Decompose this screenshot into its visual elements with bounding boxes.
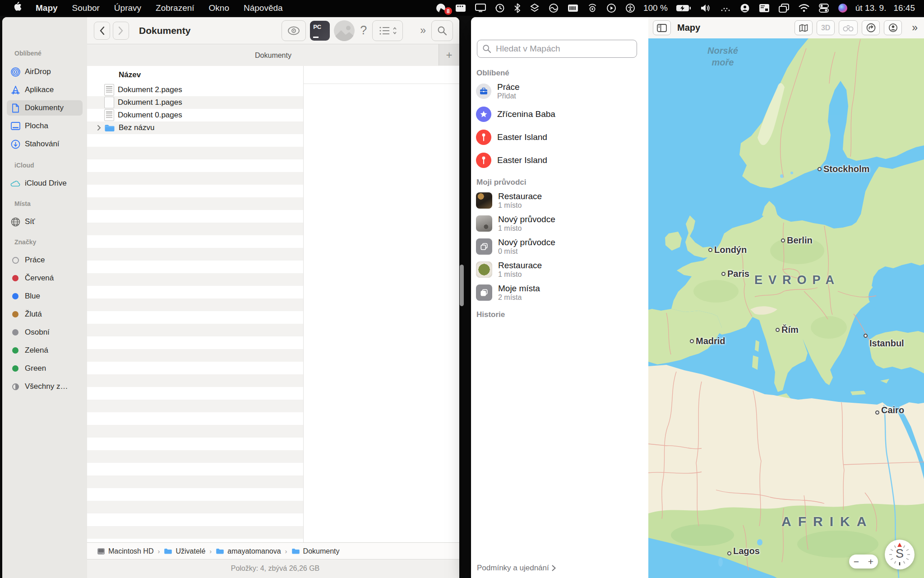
favorite-easter-island-1[interactable]: Easter Island	[471, 126, 648, 149]
compass[interactable]: S	[885, 540, 915, 569]
sidebar-item-airdrop[interactable]: AirDrop	[7, 64, 83, 79]
bluetooth-icon[interactable]	[511, 0, 523, 16]
pycharm-app-icon[interactable]: PC	[310, 21, 330, 41]
path-dokumenty[interactable]: Dokumenty	[291, 547, 340, 555]
control-center-icon[interactable]	[816, 0, 832, 16]
sidebar-tag-vsechny[interactable]: Všechny z…	[7, 379, 83, 394]
scanner-icon[interactable]	[565, 0, 581, 16]
guide-restaurace-1[interactable]: Restaurace 1 místo	[471, 189, 648, 212]
account-button[interactable]	[884, 20, 902, 35]
file-list[interactable]: Dokument 2.pages Dokument 1.pages Dokume…	[87, 84, 303, 542]
lookaround-button[interactable]	[839, 20, 858, 35]
window-dots-icon[interactable]	[453, 0, 469, 16]
menu-app-name[interactable]: Mapy	[28, 0, 65, 16]
sidebar-item-icloud-drive[interactable]: iCloud Drive	[7, 176, 83, 191]
map-mode-button[interactable]	[795, 20, 813, 35]
menu-date[interactable]: út 13. 9.	[854, 3, 888, 13]
map-icon	[799, 24, 808, 32]
maps-search-field[interactable]	[477, 40, 637, 58]
mode-3d-button[interactable]: 3D	[817, 20, 835, 35]
map-graphic	[648, 38, 924, 578]
new-tab-button[interactable]: +	[439, 44, 459, 65]
zoom-out-button[interactable]: −	[854, 556, 859, 567]
sidebar-tag-green[interactable]: Green	[7, 361, 83, 376]
guide-moje-mista[interactable]: Moje místa 2 místa	[471, 281, 648, 304]
sidebar-toggle-button[interactable]	[653, 20, 671, 35]
user-account-icon[interactable]	[737, 0, 753, 16]
path-macintosh-hd[interactable]: Macintosh HD	[97, 547, 153, 555]
guide-novy-pruvodce-2[interactable]: Nový průvodce 0 míst	[471, 235, 648, 258]
menu-time[interactable]: 16:45	[892, 3, 917, 13]
sidebar-tag-osobni[interactable]: Osobní	[7, 325, 83, 340]
sidebar-tag-blue[interactable]: Blue	[7, 289, 83, 304]
favorite-zricenina-baba[interactable]: Zřícenina Baba	[471, 103, 648, 126]
sidebar-tag-prace[interactable]: Práce	[7, 252, 83, 268]
sidebar-item-aplikace[interactable]: Aplikace	[7, 82, 83, 98]
map-canvas[interactable]: Norskémoře Stockholm Berlin Londýn Paris…	[648, 38, 924, 578]
zoom-in-button[interactable]: +	[868, 556, 873, 567]
terms-link[interactable]: Podmínky a ujednání	[477, 564, 556, 573]
siri-icon[interactable]	[836, 0, 850, 16]
document-icon	[10, 103, 20, 113]
menu-upravy[interactable]: Úpravy	[107, 0, 148, 16]
disclosure-triangle[interactable]	[97, 125, 102, 131]
menu-soubor[interactable]: Soubor	[65, 0, 107, 16]
sidebar-item-sit[interactable]: Síť	[7, 214, 83, 229]
column-nazev[interactable]: Název	[119, 70, 141, 79]
airplay-audio-icon[interactable]	[585, 0, 600, 16]
accessibility-icon[interactable]	[623, 0, 638, 16]
sidebar-item-stahovani[interactable]: Stahování	[7, 136, 83, 152]
apple-menu[interactable]	[6, 0, 28, 16]
help-button[interactable]: ?	[360, 23, 367, 37]
layers-icon[interactable]	[527, 0, 542, 16]
path-amayatomanova[interactable]: amayatomanova	[216, 547, 281, 555]
search-button[interactable]	[431, 20, 453, 41]
scrollbar-thumb[interactable]	[460, 265, 464, 306]
directions-button[interactable]	[862, 20, 880, 35]
file-row[interactable]: Dokument 1.pages	[87, 96, 303, 109]
path-separator: ›	[285, 547, 287, 555]
sidebar-tag-zelena[interactable]: Zelená	[7, 343, 83, 358]
sidebar-item-plocha[interactable]: Plocha	[7, 118, 83, 134]
search-input[interactable]	[495, 43, 623, 54]
volume-icon[interactable]	[698, 0, 714, 16]
favorite-prace[interactable]: Práce Přidat	[471, 79, 648, 103]
display-icon[interactable]	[472, 0, 489, 16]
guide-novy-pruvodce-1[interactable]: Nový průvodce 1 místo	[471, 212, 648, 235]
wifi-icon[interactable]	[796, 0, 812, 16]
forward-button[interactable]	[113, 22, 129, 40]
sea-label: Norskémoře	[698, 45, 748, 68]
windows-copy-icon[interactable]	[776, 0, 792, 16]
quicklook-button[interactable]	[282, 20, 306, 41]
file-row[interactable]: Dokument 2.pages	[87, 84, 303, 96]
toolbar-overflow[interactable]: »	[912, 22, 918, 34]
time-machine-icon[interactable]	[492, 0, 508, 16]
path-separator: ›	[209, 547, 212, 555]
play-circle-icon[interactable]	[604, 0, 619, 16]
battery-icon[interactable]	[673, 0, 694, 16]
menu-okno[interactable]: Okno	[202, 0, 236, 16]
badged-app-icon[interactable]: 8	[433, 0, 449, 16]
path-uzivatele[interactable]: Uživatelé	[164, 547, 205, 555]
sidebar-tag-cervena[interactable]: Červená	[7, 270, 83, 286]
file-row[interactable]: Dokument 0.pages	[87, 109, 303, 121]
sidebar-tag-zluta[interactable]: Žlutá	[7, 307, 83, 322]
view-options-button[interactable]	[372, 20, 403, 41]
menu-zobrazeni[interactable]: Zobrazení	[148, 0, 202, 16]
disk-icon	[97, 548, 105, 555]
toolbar-overflow[interactable]: »	[420, 24, 426, 37]
input-source-icon[interactable]	[756, 0, 772, 16]
back-button[interactable]	[94, 22, 110, 40]
binoculars-icon	[843, 24, 854, 32]
menu-napoveda[interactable]: Nápověda	[236, 0, 290, 16]
sidebar-item-dokumenty[interactable]: Dokumenty	[7, 100, 83, 116]
favorite-easter-island-2[interactable]: Easter Island	[471, 149, 648, 172]
network-globe-icon	[10, 217, 20, 227]
screen-sharing-icon[interactable]	[717, 0, 734, 16]
guide-restaurace-2[interactable]: Restaurace 1 místo	[471, 258, 648, 281]
focus-icon[interactable]	[546, 0, 561, 16]
tab-dokumenty[interactable]: Dokumenty	[255, 51, 291, 60]
folder-row[interactable]: Bez názvu	[87, 121, 303, 134]
photo-thumbnail[interactable]	[334, 20, 355, 41]
column-divider[interactable]	[303, 66, 304, 542]
